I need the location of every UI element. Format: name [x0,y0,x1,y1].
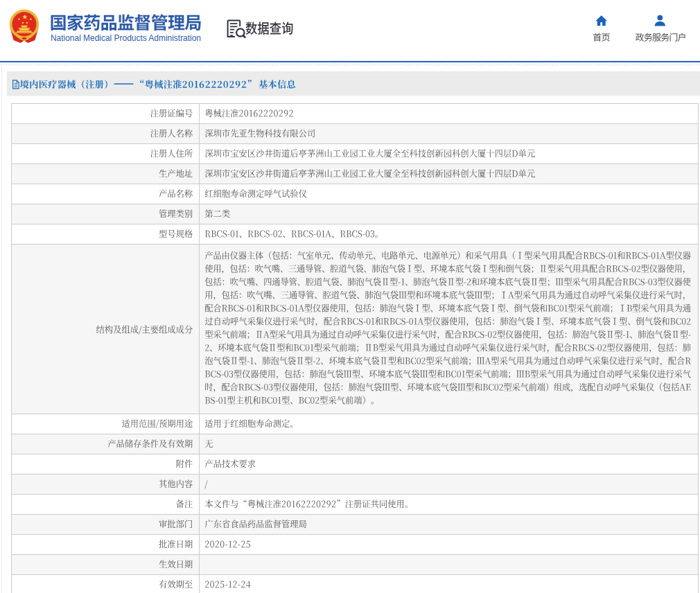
svg-text:National Medical Products Admi: National Medical Products Administration [51,33,201,43]
